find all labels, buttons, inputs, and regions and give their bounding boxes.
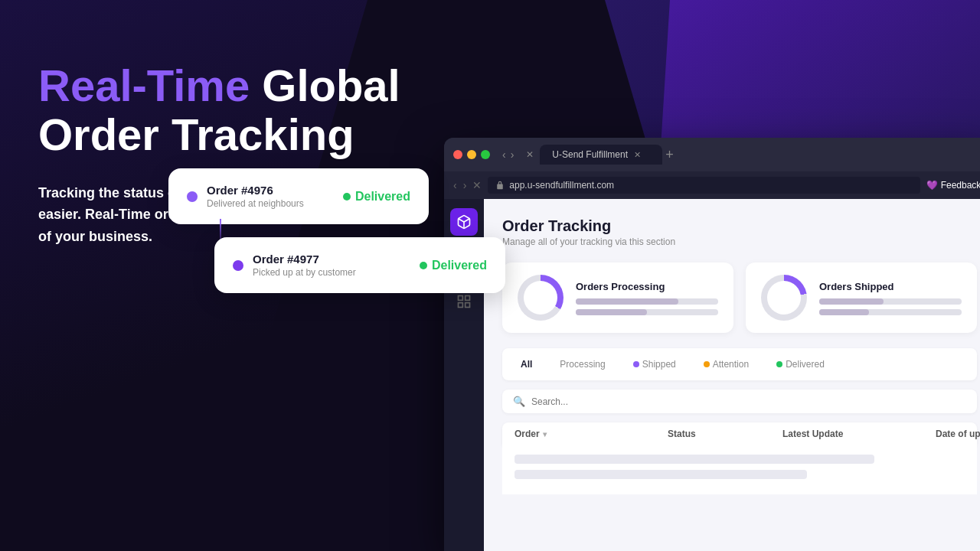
filter-tabs: All Processing Shipped Attention Deliver… [502, 348, 977, 380]
table-rows [502, 445, 977, 494]
stat-donut-processing [518, 275, 564, 321]
addr-forward[interactable]: › [463, 179, 467, 191]
dot-attention [704, 361, 710, 367]
address-bar[interactable]: app.u-sendfulfillment.com [488, 177, 920, 194]
donut-inner-2 [767, 281, 801, 315]
browser-chrome: ‹ › ✕ U-Send Fulfillment ✕ + [444, 138, 980, 171]
tab-title: U-Send Fulfillment [552, 149, 628, 160]
stat-card-shipped: Orders Shipped [746, 262, 977, 333]
filter-tab-processing[interactable]: Processing [554, 356, 611, 373]
browser-close-x[interactable]: ✕ [526, 149, 534, 160]
col-order: Order ▾ [514, 429, 668, 439]
nav-forward[interactable]: › [511, 148, 514, 161]
col-status-label: Status [668, 429, 696, 439]
search-icon: 🔍 [513, 396, 525, 407]
order-card-1-left: Order #4976 Delivered at neighbours [187, 184, 304, 209]
browser-nav: ‹ › [502, 148, 514, 161]
status-dot-2 [420, 262, 427, 269]
table-row-placeholder-1 [514, 455, 874, 464]
nav-back[interactable]: ‹ [502, 148, 506, 161]
traffic-light-red[interactable] [453, 150, 462, 159]
addr-reload[interactable]: ✕ [472, 179, 482, 191]
stat-info-processing: Orders Processing [576, 281, 718, 315]
col-date-update: Date of update [936, 429, 980, 439]
tab-bar: U-Send Fulfillment ✕ + [540, 145, 980, 165]
stat-bar-2-fill [576, 309, 647, 315]
sidebar-icon-package[interactable] [450, 208, 478, 236]
addr-back[interactable]: ‹ [453, 179, 457, 191]
stat-bar-4 [819, 309, 962, 315]
order-number-1: Order #4976 [207, 184, 304, 197]
status-dot-1 [343, 193, 351, 201]
stat-info-shipped: Orders Shipped [819, 281, 962, 315]
section-header: Order Tracking Manage all of your tracki… [502, 217, 977, 247]
stat-bar-fill-3 [819, 298, 884, 305]
stat-bar-fill-1 [576, 298, 678, 305]
stat-bar-2-fill-2 [819, 309, 869, 315]
filter-tab-delivered[interactable]: Delivered [770, 356, 831, 373]
traffic-lights [453, 150, 490, 159]
col-order-label: Order [514, 429, 540, 439]
stat-bar-2 [576, 309, 718, 315]
filter-tab-all[interactable]: All [514, 356, 538, 373]
grid-icon [456, 294, 472, 309]
col-status: Status [668, 429, 782, 439]
search-input[interactable] [531, 396, 966, 407]
stat-donut-shipped [761, 275, 807, 321]
col-latest-update: Latest Update [782, 429, 936, 439]
stat-card-processing: Orders Processing [502, 262, 733, 333]
order-card-2: Order #4977 Picked up at by customer Del… [214, 237, 505, 293]
section-title: Order Tracking [502, 217, 977, 235]
order-card-1: Order #4976 Delivered at neighbours Deli… [168, 168, 429, 224]
search-bar: 🔍 [502, 390, 977, 413]
url-text: app.u-sendfulfillment.com [509, 180, 614, 191]
svg-rect-2 [466, 296, 470, 301]
order-info-2: Order #4977 Picked up at by customer [253, 253, 356, 278]
dot-delivered [776, 361, 782, 367]
package-icon [456, 214, 472, 230]
order-info-1: Order #4976 Delivered at neighbours [207, 184, 304, 209]
filter-tab-attention[interactable]: Attention [697, 356, 755, 373]
filter-tab-shipped[interactable]: Shipped [627, 356, 682, 373]
order-status-label-1: Delivered [355, 190, 410, 204]
browser-window: ‹ › ✕ U-Send Fulfillment ✕ + ‹ › ✕ app.u… [444, 138, 980, 551]
headline: Real-Time GlobalOrder Tracking [38, 61, 421, 159]
app-main: Order Tracking Manage all of your tracki… [484, 199, 980, 551]
address-bar-row: ‹ › ✕ app.u-sendfulfillment.com 💜 Feedba… [444, 171, 980, 199]
stat-bar-3 [819, 298, 962, 305]
new-tab-button[interactable]: + [665, 147, 674, 163]
svg-rect-1 [459, 296, 463, 301]
table-header: Order ▾ Status Latest Update Date of upd… [502, 422, 977, 445]
stat-bar-1 [576, 298, 718, 305]
donut-inner-1 [524, 281, 557, 315]
order-number-2: Order #4977 [253, 253, 356, 266]
traffic-light-green[interactable] [481, 150, 490, 159]
section-subtitle: Manage all of your tracking via this sec… [502, 236, 977, 247]
order-dot-1 [187, 191, 198, 202]
svg-rect-3 [459, 303, 463, 308]
col-date-update-label: Date of update [936, 429, 980, 439]
lock-icon [495, 181, 505, 190]
app-content: Order Tracking Manage all of your tracki… [444, 199, 980, 551]
traffic-light-yellow[interactable] [467, 150, 476, 159]
order-status-label-2: Delivered [432, 259, 487, 272]
browser-tab[interactable]: U-Send Fulfillment ✕ [540, 145, 662, 165]
svg-rect-4 [466, 303, 470, 308]
feedback-button[interactable]: 💜 Feedback? [926, 180, 980, 191]
order-sub-1: Delivered at neighbours [207, 198, 304, 209]
order-status-2: Delivered [420, 259, 487, 272]
headline-accent: Real-Time [38, 60, 250, 110]
table-row-placeholder-2 [514, 470, 807, 479]
feedback-label: Feedback? [941, 180, 980, 191]
feedback-heart: 💜 [926, 180, 938, 191]
stat-label-processing: Orders Processing [576, 281, 718, 292]
order-status-1: Delivered [343, 190, 410, 204]
tab-close[interactable]: ✕ [634, 150, 641, 160]
stats-row: Orders Processing Orders Shippe [502, 262, 977, 333]
stat-label-shipped: Orders Shipped [819, 281, 962, 292]
order-dot-2 [233, 260, 243, 271]
dot-shipped [633, 361, 639, 367]
col-latest-update-label: Latest Update [782, 429, 843, 439]
order-card-2-left: Order #4977 Picked up at by customer [233, 253, 356, 278]
order-sub-2: Picked up at by customer [253, 267, 356, 278]
